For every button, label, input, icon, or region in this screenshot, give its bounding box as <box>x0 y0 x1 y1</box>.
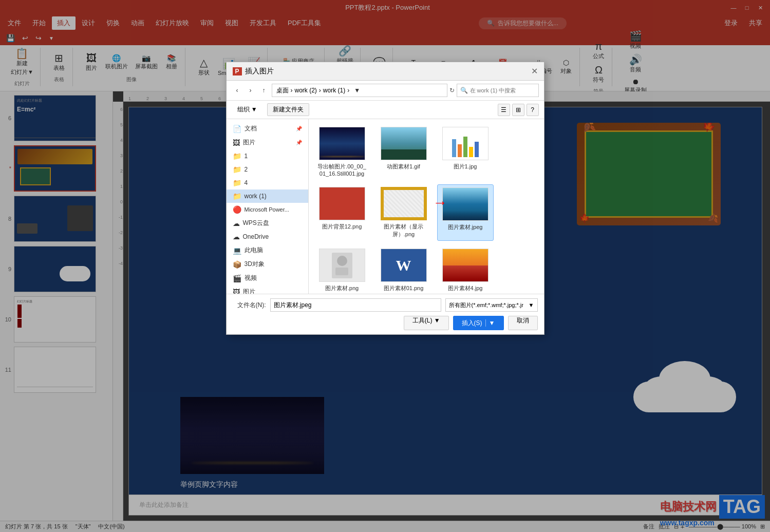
nav-microsoft-power[interactable]: 🔴Microsoft Power... <box>227 203 308 216</box>
view-help-button[interactable]: ? <box>527 104 539 116</box>
dialog-app-icon: P <box>233 67 242 75</box>
filetype-label: 所有图片(*.emf;*.wmf;*.jpg;*.jr <box>449 301 523 309</box>
file-label-doctor: 图片素材.png <box>325 284 359 292</box>
filetype-dropdown[interactable]: 所有图片(*.emf;*.wmf;*.jpg;*.jr ▼ <box>445 298 538 312</box>
file-label-word: 图片素材01.png <box>384 284 424 292</box>
organize-button[interactable]: 组织 ▼ <box>232 103 263 116</box>
nav-this-pc[interactable]: 💻此电脑 <box>227 243 308 257</box>
nav-back-button[interactable]: ‹ <box>232 85 243 96</box>
file-item-gif[interactable]: 动图素材1.gif <box>375 124 432 179</box>
nav-folder-1[interactable]: 📁1 <box>227 149 308 163</box>
dialog-toolbar: 组织 ▼ 新建文件夹 ☰ ⊞ ? <box>227 101 544 119</box>
view-icon-button[interactable]: ⊞ <box>512 104 524 116</box>
breadcrumb-bar: ‹ › ↑ 桌面 › work (2) › work (1) › ▼ ↻ 🔍 <box>227 81 544 101</box>
nav-videos[interactable]: 🎬视频 <box>227 271 308 285</box>
nav-folder-4[interactable]: 📁4 <box>227 176 308 189</box>
nav-wps-cloud[interactable]: ☁WPS云盘 <box>227 216 308 230</box>
new-folder-button[interactable]: 新建文件夹 <box>267 103 309 116</box>
nav-pictures[interactable]: 🖼图片📌 <box>227 136 308 149</box>
refresh-button[interactable]: ↻ <box>449 87 455 94</box>
file-label-gif: 动图素材1.gif <box>387 163 420 170</box>
dialog-overlay: P 插入图片 ✕ ‹ › ↑ 桌面 › work (2) › work (1) … <box>0 0 770 532</box>
file-dialog: P 插入图片 ✕ ‹ › ↑ 桌面 › work (2) › work (1) … <box>226 62 544 335</box>
search-icon: 🔍 <box>460 87 468 94</box>
dialog-titlebar: P 插入图片 ✕ <box>227 62 544 81</box>
breadcrumb-part3: work (1) <box>323 87 345 94</box>
dialog-files: 导出帧图片.00_00_01_16.Still001.jpg 动图素材1.gif <box>309 119 544 294</box>
filename-label: 文件名(N): <box>233 301 266 310</box>
file-label-lake: 图片素材.jpeg <box>448 223 483 231</box>
dialog-content: 📄文档📌 🖼图片📌 📁1 📁2 📁4 📁work (1) <box>227 119 544 294</box>
file-item-red[interactable]: 图片背景12.png <box>314 184 370 241</box>
file-item-frame[interactable]: 图片素材（显示屏）.png → <box>375 184 432 241</box>
file-item-orange[interactable]: 图片素材4.jpg <box>437 246 494 294</box>
insert-dropdown-arrow[interactable]: ▼ <box>485 319 495 327</box>
nav-documents[interactable]: 📄文档📌 <box>227 122 308 136</box>
red-arrow-frame: → <box>433 195 447 211</box>
nav-onedrive[interactable]: ☁OneDrive <box>227 230 308 243</box>
nav-work1[interactable]: 📁work (1) <box>227 189 308 203</box>
dialog-nav: 📄文档📌 🖼图片📌 📁1 📁2 📁4 📁work (1) <box>227 119 309 294</box>
tools-button[interactable]: 工具(L) ▼ <box>404 316 449 330</box>
file-label-frame: 图片素材（显示屏）.png <box>378 223 429 238</box>
nav-pictures2[interactable]: 🖼图片 <box>227 285 308 294</box>
file-item-chart[interactable]: 图片1.jpg <box>437 124 494 179</box>
nav-forward-button[interactable]: › <box>245 85 256 96</box>
nav-up-button[interactable]: ↑ <box>258 85 270 96</box>
insert-button[interactable]: 插入(S) ▼ <box>453 316 504 330</box>
breadcrumb-part1: 桌面 <box>276 86 289 95</box>
file-item-word[interactable]: W 图片素材01.png <box>375 246 432 294</box>
nav-3d-objects[interactable]: 📦3D对象 <box>227 257 308 271</box>
file-label-orange: 图片素材4.jpg <box>448 284 483 292</box>
file-item-city[interactable]: 导出帧图片.00_00_01_16.Still001.jpg <box>314 124 370 179</box>
file-item-doctor[interactable]: 图片素材.png <box>314 246 370 294</box>
file-item-lake[interactable]: 图片素材.jpeg <box>437 184 494 241</box>
breadcrumb-part2: work (2) <box>295 87 317 94</box>
dialog-close-button[interactable]: ✕ <box>531 66 538 76</box>
dialog-title-text: 插入图片 <box>245 67 274 76</box>
dialog-footer: 文件名(N): 所有图片(*.emf;*.wmf;*.jpg;*.jr ▼ 工具… <box>227 294 544 334</box>
search-box[interactable]: 🔍 <box>457 84 539 97</box>
file-label-city: 导出帧图片.00_00_01_16.Still001.jpg <box>316 163 368 177</box>
file-label-red: 图片背景12.png <box>322 223 362 231</box>
breadcrumb-path[interactable]: 桌面 › work (2) › work (1) › ▼ <box>272 84 447 97</box>
search-input[interactable] <box>470 87 532 93</box>
nav-folder-2[interactable]: 📁2 <box>227 163 308 176</box>
filename-input[interactable] <box>270 298 441 312</box>
file-label-chart: 图片1.jpg <box>454 163 477 170</box>
cancel-button[interactable]: 取消 <box>508 316 538 330</box>
view-list-button[interactable]: ☰ <box>498 104 510 116</box>
breadcrumb-expand-button[interactable]: ▼ <box>351 85 363 96</box>
filetype-dropdown-arrow: ▼ <box>529 302 534 308</box>
